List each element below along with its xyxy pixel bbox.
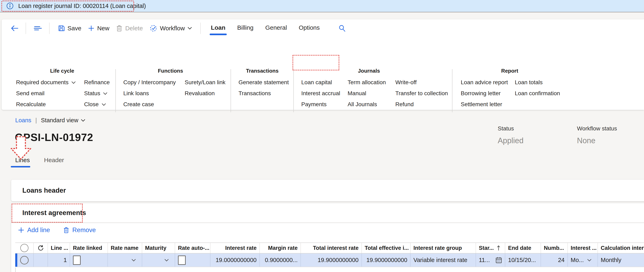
column-header-rate-linked[interactable]: Rate linked [70,243,108,253]
menu-item-refinance[interactable]: Refinance [84,77,110,88]
new-button[interactable]: New [88,25,109,32]
cell-total-interest-rate[interactable]: 19.9000000000 [301,253,362,267]
view-selector[interactable]: Standard view [41,117,86,124]
cell-end-date[interactable]: 10/15/20... [505,253,541,267]
column-header-end-date[interactable]: End date [505,243,541,253]
breadcrumb-loans-link[interactable]: Loans [15,117,31,124]
toolbar-separator [26,23,26,34]
menu-item-loan-confirmation[interactable]: Loan confirmation [515,88,560,99]
menu-item-status[interactable]: Status [84,88,110,99]
column-header-rate-name[interactable]: Rate name [108,243,142,253]
new-label: New [97,25,109,32]
menu-item-manual[interactable]: Manual [348,88,386,99]
column-header-interest-rate-group[interactable]: Interest rate group [410,243,476,253]
menu-item-term-allocation[interactable]: Term allocation [348,77,386,88]
menu-item-generate-statement[interactable]: Generate statement [238,77,289,88]
sitemap-menu-icon[interactable] [33,24,42,32]
grid-border-tail [15,267,16,272]
menu-item-interest-accrual[interactable]: Interest accrual [301,88,340,99]
column-header-rate-auto[interactable]: Rate auto-... [175,243,210,253]
menu-item-create-case[interactable]: Create case [123,99,176,110]
action-pane: Save New Delete [2,19,644,110]
tab-loan[interactable]: Loan [211,24,226,32]
column-header-margin-rate[interactable]: Margin rate [260,243,301,253]
loans-header-section[interactable]: Loans header [11,180,644,201]
column-header-total-interest-rate[interactable]: Total interest rate [301,243,362,253]
workflow-label: Workflow [160,25,185,32]
menu-item-settlement-letter[interactable]: Settlement letter [461,99,508,110]
column-header-interest[interactable]: Interest ... [568,243,598,253]
save-label: Save [68,25,81,32]
cell-interest-rate-group[interactable]: Variable interest rate [410,253,476,267]
add-line-button[interactable]: Add line [18,226,50,234]
column-header-calculation-interval[interactable]: Calculation interv... [598,243,644,253]
workflow-status-value: None [577,136,617,145]
chevron-down-icon[interactable] [131,259,139,262]
menu-item-required-documents[interactable]: Required documents [16,77,76,88]
cell-interest[interactable]: Mo... [568,253,598,267]
cell-maturity[interactable] [142,253,175,267]
menu-item-transactions[interactable]: Transactions [238,88,289,99]
cell-start-date[interactable]: 11... [476,253,505,267]
cell-line-number[interactable]: 1 [48,253,70,267]
menu-item-borrowing-letter[interactable]: Borrowing letter [461,88,508,99]
rate-auto-checkbox[interactable] [178,255,186,265]
menu-item-write-off[interactable]: Write-off [395,77,448,88]
refresh-column-header[interactable] [34,243,48,253]
menu-item-loan-totals[interactable]: Loan totals [515,77,560,88]
menu-item-send-email[interactable]: Send email [16,88,76,99]
cell-number[interactable]: 24 [541,253,568,267]
menu-item-recalculate[interactable]: Recalculate [16,99,76,110]
cell-interest-rate[interactable]: 19.0000000000 [210,253,260,267]
menu-item-payments[interactable]: Payments [301,99,340,110]
back-button[interactable] [10,24,19,32]
grid-row-1[interactable]: 1 19.0000000000 0.9000000... 19.90000000… [15,253,644,267]
trash-icon [63,227,70,233]
menu-section-title-journals: Journals [358,68,380,74]
tab-header[interactable]: Header [44,157,64,164]
menu-item-loan-capital[interactable]: Loan capital [301,77,340,88]
info-banner: Loan register journal ID: 00020114 (Loan… [0,0,644,13]
tab-options[interactable]: Options [299,24,320,32]
menu-item-loan-advice-report[interactable]: Loan advice report [461,77,508,88]
save-button[interactable]: Save [58,25,81,32]
remove-button[interactable]: Remove [63,226,96,234]
column-header-line[interactable]: Line ... [48,243,70,253]
calendar-icon[interactable] [496,257,502,264]
column-header-total-effective[interactable]: Total effective i... [362,243,410,253]
cell-calculation-interval[interactable]: Monthly [598,253,644,267]
workflow-button[interactable]: Workflow [149,24,192,32]
column-header-number[interactable]: Numb... [541,243,568,253]
add-line-label: Add line [27,226,50,234]
menu-item-refund[interactable]: Refund [395,99,448,110]
delete-button[interactable]: Delete [116,25,143,32]
chevron-down-icon[interactable] [587,259,595,262]
menu-item-copy-intercompany[interactable]: Copy / Intercompany [123,77,176,88]
interest-agreements-title: Interest agreements [22,209,86,217]
menu-item-link-loans[interactable]: Link loans [123,88,176,99]
column-header-start-date[interactable]: Star... [476,243,505,253]
select-all-column-header[interactable] [15,243,34,253]
menu-item-all-journals[interactable]: All Journals [348,99,386,110]
column-header-maturity[interactable]: Maturity [142,243,175,253]
menu-item-surety-loan-link[interactable]: Surety/Loan link [185,77,226,88]
plus-icon [88,25,95,32]
tab-general[interactable]: General [265,24,287,32]
tab-lines[interactable]: Lines [15,157,30,164]
tab-billing[interactable]: Billing [237,24,254,32]
cell-rate-name[interactable] [108,253,142,267]
cell-total-effective[interactable]: 19.9000000000 [362,253,410,267]
menu-divider [452,69,452,112]
menu-item-transfer-to-collection[interactable]: Transfer to collection [395,88,448,99]
cell-margin-rate[interactable]: 0.9000000... [260,253,301,267]
menu-item-revaluation[interactable]: Revaluation [185,88,226,99]
plus-icon [18,227,24,233]
rate-linked-checkbox[interactable] [73,255,81,265]
chevron-down-icon[interactable] [164,259,172,262]
cell-rate-auto[interactable] [175,253,210,267]
search-icon[interactable] [338,25,346,32]
cell-rate-linked[interactable] [70,253,108,267]
menu-item-close[interactable]: Close [84,99,110,110]
row-select-cell[interactable] [15,253,34,267]
column-header-interest-rate[interactable]: Interest rate [210,243,260,253]
